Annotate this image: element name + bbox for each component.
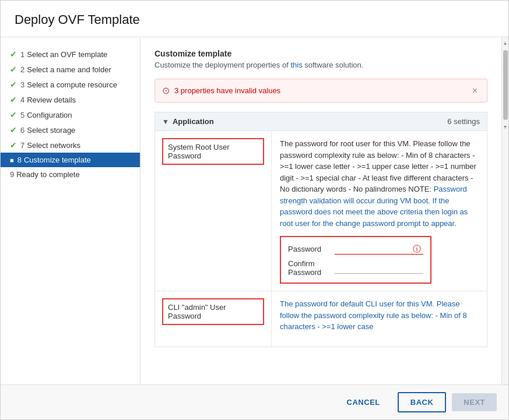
scrollbar-thumb[interactable] xyxy=(503,50,508,120)
settings-table: System Root User Password The password f… xyxy=(155,131,487,347)
step-label-3: Select a compute resource xyxy=(27,80,117,89)
dialog-footer: CANCEL BACK NEXT xyxy=(1,384,508,419)
settings-label-col-1: System Root User Password xyxy=(155,131,272,291)
cli-admin-password-label: CLI "admin" User Password xyxy=(162,298,264,325)
password-field-group: Password ⓘ ConfirmPassword xyxy=(280,236,431,284)
desc-highlight: this xyxy=(290,61,302,69)
sidebar-item-step3[interactable]: ✔ 3 Select a compute resource xyxy=(1,77,140,92)
sidebar-item-step9[interactable]: 9 Ready to complete xyxy=(1,167,140,182)
check-icon-2: ✔ xyxy=(10,65,17,74)
step-label-5: Configuration xyxy=(27,111,72,119)
confirm-password-label: ConfirmPassword xyxy=(288,259,335,277)
warning-banner: ⊙ 3 properties have invalid values × xyxy=(155,79,487,103)
step-label-7: Select networks xyxy=(27,141,80,150)
sidebar-item-step6[interactable]: ✔ 6 Select storage xyxy=(1,122,140,137)
sidebar: ✔ 1 Select an OVF template ✔ 2 Select a … xyxy=(1,37,141,384)
confirm-password-input-wrap xyxy=(335,262,423,274)
sidebar-item-step4[interactable]: ✔ 4 Review details xyxy=(1,92,140,107)
step-num-8: 8 xyxy=(17,156,22,164)
sidebar-item-step1[interactable]: ✔ 1 Select an OVF template xyxy=(1,47,140,62)
step-num-4: 4 xyxy=(20,96,24,104)
step-num-9: 9 xyxy=(10,170,14,179)
settings-row-cli-password: CLI "admin" User Password The password f… xyxy=(155,291,487,347)
cli-password-description: The password for default CLI user for th… xyxy=(280,298,479,333)
section-toggle-icon: ▼ xyxy=(162,118,169,126)
step-label-9: Ready to complete xyxy=(16,170,79,179)
check-icon-3: ✔ xyxy=(10,80,17,89)
section-count: 6 settings xyxy=(447,117,480,126)
check-icon-8: ■ xyxy=(10,157,14,164)
step-label-8: Customize template xyxy=(24,156,91,164)
step-label-4: Review details xyxy=(27,96,76,104)
scrollbar-track: ▲ ▼ xyxy=(501,37,508,384)
deploy-ovf-dialog: Deploy OVF Template ✔ 1 Select an OVF te… xyxy=(0,0,509,420)
settings-label-col-2: CLI "admin" User Password xyxy=(155,291,272,347)
desc-plain: Customize the deployment properties of xyxy=(155,61,290,69)
system-root-password-label: System Root User Password xyxy=(162,138,264,165)
password-field-row: Password ⓘ xyxy=(288,243,423,255)
step-num-6: 6 xyxy=(20,126,24,135)
password-error-icon: ⓘ xyxy=(413,244,421,255)
sidebar-item-step5[interactable]: ✔ 5 Configuration xyxy=(1,107,140,122)
content-header-title: Customize template xyxy=(155,49,487,58)
sidebar-item-step7[interactable]: ✔ 7 Select networks xyxy=(1,137,140,153)
next-button: NEXT xyxy=(452,393,497,411)
sidebar-item-step2[interactable]: ✔ 2 Select a name and folder xyxy=(1,62,140,77)
sidebar-item-step8[interactable]: ■ 8 Customize template xyxy=(1,153,140,167)
confirm-password-input[interactable] xyxy=(335,262,423,274)
check-icon-4: ✔ xyxy=(10,95,17,104)
warning-text: 3 properties have invalid values xyxy=(174,86,470,95)
step-num-7: 7 xyxy=(20,141,24,150)
scrollbar-up-button[interactable]: ▲ xyxy=(503,38,508,48)
step-num-5: 5 xyxy=(20,111,24,119)
password-label: Password xyxy=(288,245,335,253)
back-button[interactable]: BACK xyxy=(398,392,447,412)
settings-value-col-1: The password for root user for this VM. … xyxy=(272,131,487,291)
section-header[interactable]: ▼ Application 6 settings xyxy=(155,112,487,131)
main-content: Customize template Customize the deploym… xyxy=(141,37,508,384)
desc-end: software solution. xyxy=(303,61,364,69)
dialog-body: ✔ 1 Select an OVF template ✔ 2 Select a … xyxy=(1,37,508,384)
confirm-password-row: ConfirmPassword xyxy=(288,259,423,277)
cancel-button[interactable]: CANCEL xyxy=(335,393,392,411)
scrollbar-down-button[interactable]: ▼ xyxy=(503,122,508,132)
settings-row-password: System Root User Password The password f… xyxy=(155,131,487,291)
check-icon-5: ✔ xyxy=(10,110,17,119)
step-label-2: Select a name and folder xyxy=(27,65,111,74)
settings-value-col-2: The password for default CLI user for th… xyxy=(272,291,487,347)
step-label-6: Select storage xyxy=(27,126,75,135)
step-num-1: 1 xyxy=(20,50,24,59)
check-icon-7: ✔ xyxy=(10,140,17,150)
step-num-2: 2 xyxy=(20,65,24,74)
step-label-1: Select an OVF template xyxy=(27,50,107,59)
dialog-title: Deploy OVF Template xyxy=(1,1,508,37)
password-input[interactable] xyxy=(335,243,423,255)
check-icon-1: ✔ xyxy=(10,50,17,59)
section-title: Application xyxy=(173,117,447,126)
content-area: Customize template Customize the deploym… xyxy=(141,37,501,384)
content-header-desc: Customize the deployment properties of t… xyxy=(155,61,487,69)
password-input-wrap: ⓘ xyxy=(335,243,423,255)
password-description: The password for root user for this VM. … xyxy=(280,138,479,229)
warning-icon: ⊙ xyxy=(162,85,170,96)
warning-close-button[interactable]: × xyxy=(470,86,480,96)
check-icon-6: ✔ xyxy=(10,125,17,135)
step-num-3: 3 xyxy=(20,80,24,89)
